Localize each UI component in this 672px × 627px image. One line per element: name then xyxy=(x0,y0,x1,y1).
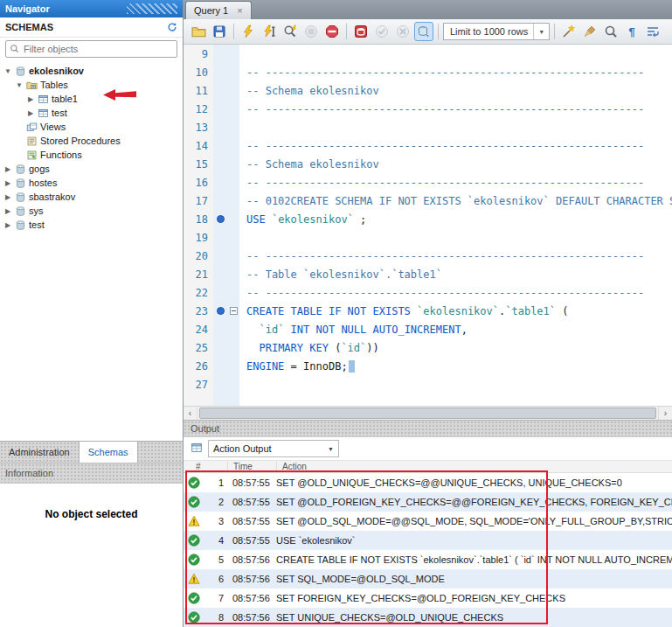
commit-icon[interactable] xyxy=(372,22,391,41)
output-row[interactable]: 508:57:56CREATE TABLE IF NOT EXISTS `eko… xyxy=(184,550,672,569)
expand-open-icon[interactable]: ▼ xyxy=(3,67,12,75)
tree-item-schema-hostes[interactable]: ▶hostes xyxy=(0,176,183,190)
autocommit-icon[interactable] xyxy=(414,22,433,41)
code-line[interactable]: 14-- -----------------------------------… xyxy=(184,136,672,155)
code-line[interactable]: 17-- 0102CREATE SCHEMA IF NOT EXISTS `ek… xyxy=(184,192,672,210)
tree-item-table-table1[interactable]: ▶table1 xyxy=(0,92,183,106)
schemas-section-header: SCHEMAS xyxy=(0,17,183,38)
code-text: -- -------------------------------------… xyxy=(239,66,644,79)
code-text: -- Schema ekolesnikov xyxy=(239,85,379,97)
sql-editor[interactable]: 910-- ----------------------------------… xyxy=(184,45,672,406)
expand-closed-icon[interactable]: ▶ xyxy=(3,165,12,173)
code-line[interactable]: 10-- -----------------------------------… xyxy=(184,63,672,81)
code-line[interactable]: 23CREATE TABLE IF NOT EXISTS `ekolesniko… xyxy=(184,302,672,320)
expand-closed-icon[interactable]: ▶ xyxy=(3,179,12,187)
tree-item-schema-ekolesnikov[interactable]: ▼ekolesnikov xyxy=(0,64,183,78)
code-line[interactable]: 18USE `ekolesnikov` ; xyxy=(184,210,672,228)
line-number: 13 xyxy=(184,122,213,134)
code-line[interactable]: 21-- Table `ekolesnikov`.`table1` xyxy=(184,265,672,283)
stop-icon[interactable] xyxy=(301,22,321,41)
scroll-right-icon[interactable]: › xyxy=(658,407,672,420)
toolbar-separator xyxy=(554,24,555,39)
code-line[interactable]: 26ENGINE = InnoDB; xyxy=(184,357,672,375)
line-number: 27 xyxy=(184,379,213,391)
tab-administration[interactable]: Administration xyxy=(0,442,80,463)
output-toolbar: Action Output ▼ xyxy=(184,437,672,461)
tree-item-tables-folder[interactable]: ▼Tables xyxy=(0,78,183,92)
code-line[interactable]: 25 PRIMARY KEY (`id`)) xyxy=(184,338,672,357)
scroll-left-icon[interactable]: ‹ xyxy=(184,407,197,420)
code-text: -- -------------------------------------… xyxy=(239,177,644,189)
tree-item-schema-test[interactable]: ▶test xyxy=(0,218,183,232)
code-line[interactable]: 27 xyxy=(184,375,672,394)
tree-item-schema-sbastrakov[interactable]: ▶sbastrakov xyxy=(0,190,183,204)
line-number: 20 xyxy=(184,250,213,262)
refresh-schemas-icon[interactable] xyxy=(167,22,177,32)
tree-item-stored-procedures-folder[interactable]: Stored Procedures xyxy=(0,134,183,148)
close-tab-icon[interactable]: × xyxy=(237,5,242,16)
output-grid-header: # Time Action xyxy=(184,461,672,473)
tree-item-table-test[interactable]: ▶test xyxy=(0,106,183,120)
line-number: 19 xyxy=(184,232,213,244)
code-line[interactable]: 11-- Schema ekolesnikov xyxy=(184,81,672,100)
editor-horizontal-scrollbar[interactable]: ‹ › xyxy=(184,406,672,420)
filter-objects-input[interactable] xyxy=(22,43,173,55)
tab-query-1[interactable]: Query 1 × xyxy=(185,1,252,19)
limit-rows-icon[interactable] xyxy=(351,22,371,41)
row-number: 4 xyxy=(204,535,227,546)
tree-item-views-folder[interactable]: Views xyxy=(0,120,183,134)
clean-icon[interactable] xyxy=(580,22,599,41)
wrap-icon[interactable] xyxy=(643,22,662,41)
code-line[interactable]: 20-- -----------------------------------… xyxy=(184,247,672,265)
expand-open-icon[interactable]: ▼ xyxy=(15,81,24,89)
schema-icon xyxy=(15,206,26,217)
tree-item-label: sys xyxy=(29,206,44,216)
code-line[interactable]: 16-- -----------------------------------… xyxy=(184,173,672,192)
tab-schemas[interactable]: Schemas xyxy=(80,442,138,463)
output-row[interactable]: 708:57:56SET FOREIGN_KEY_CHECKS=@OLD_FOR… xyxy=(184,589,672,608)
execute-icon[interactable] xyxy=(239,22,258,41)
beautify-icon[interactable] xyxy=(559,22,578,41)
line-number: 15 xyxy=(184,158,213,171)
find-icon[interactable] xyxy=(601,22,620,41)
expand-closed-icon[interactable]: ▶ xyxy=(3,207,12,215)
output-row[interactable]: 808:57:56SET UNIQUE_CHECKS=@OLD_UNIQUE_C… xyxy=(184,608,672,627)
rollback-icon[interactable] xyxy=(393,22,412,41)
output-row[interactable]: 408:57:55USE `ekolesnikov` xyxy=(184,531,672,550)
line-number: 25 xyxy=(184,342,213,354)
tree-item-schema-gogs[interactable]: ▶gogs xyxy=(0,162,183,176)
explain-icon[interactable] xyxy=(281,22,300,41)
code-line[interactable]: 24 `id` INT NOT NULL AUTO_INCREMENT, xyxy=(184,320,672,338)
row-number: 1 xyxy=(204,477,227,488)
editor-lines: 910-- ----------------------------------… xyxy=(184,45,672,394)
expand-closed-icon[interactable]: ▶ xyxy=(26,95,35,103)
navigator-title: Navigator xyxy=(5,3,50,14)
limit-rows-select[interactable]: Limit to 1000 rows▼ xyxy=(443,23,550,40)
execute-current-icon[interactable] xyxy=(260,22,279,41)
invisibles-icon[interactable]: ¶ xyxy=(622,22,641,41)
expand-closed-icon[interactable]: ▶ xyxy=(3,193,12,201)
tree-item-schema-sys[interactable]: ▶sys xyxy=(0,204,183,218)
code-line[interactable]: 12-- -----------------------------------… xyxy=(184,100,672,118)
scrollbar-thumb[interactable] xyxy=(199,408,656,419)
output-row[interactable]: 308:57:55SET @OLD_SQL_MODE=@@SQL_MODE, S… xyxy=(184,512,672,531)
output-row[interactable]: 108:57:55SET @OLD_UNIQUE_CHECKS=@@UNIQUE… xyxy=(184,473,672,492)
code-line[interactable]: 19 xyxy=(184,228,672,247)
code-line[interactable]: 13 xyxy=(184,118,672,136)
stop-on-error-icon[interactable] xyxy=(322,22,342,41)
output-row[interactable]: 608:57:56SET SQL_MODE=@OLD_SQL_MODE xyxy=(184,569,672,589)
expand-closed-icon[interactable]: ▶ xyxy=(3,221,12,229)
code-line[interactable]: 22-- -----------------------------------… xyxy=(184,283,672,302)
save-script-icon[interactable] xyxy=(210,22,229,41)
output-row[interactable]: 208:57:55SET @OLD_FOREIGN_KEY_CHECKS=@@F… xyxy=(184,492,672,512)
code-line[interactable]: 9 xyxy=(184,45,672,63)
row-time: 08:57:56 xyxy=(227,574,276,584)
open-script-icon[interactable] xyxy=(189,22,208,41)
expand-closed-icon[interactable]: ▶ xyxy=(26,109,35,117)
output-view-select[interactable]: Action Output ▼ xyxy=(208,440,339,457)
code-line[interactable]: 15-- Schema ekolesnikov xyxy=(184,155,672,173)
filter-objects-box[interactable] xyxy=(5,40,177,58)
fold-collapse-icon[interactable] xyxy=(227,307,239,315)
line-number: 10 xyxy=(184,66,213,79)
tree-item-functions-folder[interactable]: Functions xyxy=(0,148,183,162)
